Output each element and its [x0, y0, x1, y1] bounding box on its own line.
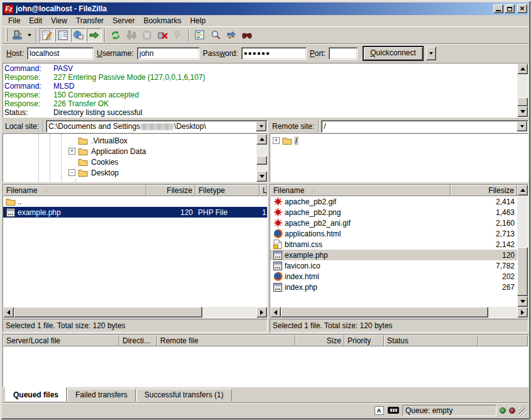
- scrollbar-thumb[interactable]: [517, 247, 528, 296]
- scroll-left-button[interactable]: [3, 307, 14, 318]
- combo-dropdown-button[interactable]: [517, 121, 527, 131]
- menu-view[interactable]: View: [47, 16, 72, 26]
- site-manager-dropdown[interactable]: [26, 28, 33, 42]
- combo-dropdown-button[interactable]: [256, 121, 266, 131]
- tree-item-root[interactable]: + /: [270, 135, 528, 146]
- expand-icon[interactable]: +: [68, 148, 75, 155]
- menu-transfer[interactable]: Transfer: [72, 16, 108, 26]
- file-row[interactable]: applications.html 2,713: [270, 228, 517, 239]
- column-header-server-local-file[interactable]: Server/Local file: [3, 335, 119, 346]
- filename-filters-button[interactable]: [192, 28, 207, 42]
- scroll-up-button[interactable]: [256, 134, 267, 145]
- toggle-transfer-queue-button[interactable]: [87, 28, 102, 42]
- column-header-last-modified[interactable]: L: [260, 185, 267, 196]
- led-green-icon: [500, 407, 506, 414]
- scroll-right-button[interactable]: [517, 307, 528, 318]
- refresh-button[interactable]: [108, 28, 123, 42]
- tree-item-desktop[interactable]: - Desktop: [3, 167, 256, 178]
- find-files-button[interactable]: [239, 28, 255, 42]
- scrollbar-thumb[interactable]: [517, 97, 528, 106]
- close-button[interactable]: ✕: [517, 4, 527, 13]
- column-header-filename[interactable]: Filename: [3, 185, 146, 196]
- username-input[interactable]: [137, 47, 200, 60]
- menu-edit[interactable]: Edit: [25, 16, 47, 26]
- port-input[interactable]: [329, 47, 358, 60]
- menu-bookmarks[interactable]: Bookmarks: [139, 16, 185, 26]
- scrollbar-thumb[interactable]: [281, 307, 488, 318]
- file-row-parent-dir[interactable]: ..: [3, 196, 267, 207]
- file-row[interactable]: apache_pb2.gif 2,414: [270, 196, 517, 207]
- remote-site-combobox[interactable]: /: [321, 120, 528, 133]
- file-row-selected[interactable]: example.php 120: [270, 250, 517, 260]
- local-list-body[interactable]: .. example.php 120 PHP File 1: [3, 196, 267, 307]
- tree-item-application-data[interactable]: + Application Data: [3, 146, 256, 157]
- expand-icon[interactable]: +: [273, 137, 280, 144]
- disconnect-button[interactable]: [155, 28, 170, 42]
- reconnect-button[interactable]: [171, 28, 186, 42]
- column-header-priority[interactable]: Priority: [344, 335, 384, 346]
- menu-file[interactable]: File: [4, 16, 25, 26]
- quickconnect-dropdown[interactable]: [426, 47, 436, 60]
- toolbar-grip[interactable]: [6, 29, 8, 41]
- tab-successful-transfers[interactable]: Successful transfers (1): [136, 389, 232, 401]
- toggle-remote-tree-button[interactable]: [71, 28, 86, 42]
- resize-grip[interactable]: [518, 407, 527, 416]
- toggle-local-tree-button[interactable]: [55, 28, 70, 42]
- file-row[interactable]: apache_pb2_ani.gif 2,160: [270, 218, 517, 228]
- scrollbar-thumb[interactable]: [14, 307, 202, 318]
- remote-directory-tree[interactable]: + /: [270, 134, 528, 182]
- menu-help[interactable]: Help: [185, 16, 210, 26]
- queue-body[interactable]: [3, 346, 528, 387]
- scroll-down-button[interactable]: [256, 171, 267, 182]
- file-row[interactable]: index.html 202: [270, 271, 517, 282]
- maximize-button[interactable]: [505, 4, 515, 13]
- file-row[interactable]: apache_pb2.png 1,463: [270, 207, 517, 218]
- quickconnect-button[interactable]: Quickconnect: [363, 47, 423, 60]
- log-scrollbar[interactable]: [517, 64, 528, 117]
- tree-item-virtualbox[interactable]: .VirtualBox: [3, 135, 256, 146]
- password-input[interactable]: [241, 47, 307, 60]
- column-header-filename[interactable]: Filename: [270, 185, 451, 196]
- synchronized-browsing-button[interactable]: [224, 28, 239, 42]
- column-header-remote-file[interactable]: Remote file: [157, 335, 295, 346]
- menu-server[interactable]: Server: [108, 16, 139, 26]
- collapse-icon[interactable]: -: [68, 169, 75, 176]
- minimize-button[interactable]: [493, 4, 503, 13]
- local-list-hscrollbar[interactable]: [3, 307, 267, 318]
- file-row[interactable]: favicon.ico 7,782: [270, 260, 517, 271]
- file-row[interactable]: index.php 267: [270, 282, 517, 292]
- column-header-direction[interactable]: Directi...: [119, 335, 157, 346]
- process-queue-button[interactable]: [124, 28, 139, 42]
- remote-list-body[interactable]: apache_pb2.gif 2,414 apache_pb2.png 1,46…: [270, 196, 517, 307]
- local-tree-scrollbar[interactable]: [256, 134, 267, 182]
- speed-limits-icon[interactable]: [388, 406, 399, 415]
- local-site-combobox[interactable]: C:\Documents and Settings\Desktop\: [46, 120, 268, 133]
- cancel-operation-button[interactable]: [140, 28, 155, 42]
- scroll-up-button[interactable]: [517, 185, 528, 196]
- directory-comparison-button[interactable]: [208, 28, 223, 42]
- scroll-up-button[interactable]: [517, 64, 528, 74]
- scrollbar-thumb[interactable]: [256, 156, 267, 165]
- column-header-filetype[interactable]: Filetype: [195, 185, 260, 196]
- file-row[interactable]: bitnami.css 2,142: [270, 239, 517, 250]
- site-manager-button[interactable]: [10, 28, 25, 42]
- toggle-message-log-button[interactable]: [40, 28, 55, 42]
- column-header-size[interactable]: Size: [295, 335, 344, 346]
- scroll-right-button[interactable]: [256, 307, 267, 318]
- host-input[interactable]: [27, 47, 94, 60]
- queue-header: Server/Local file Directi... Remote file…: [3, 335, 528, 346]
- column-header-status[interactable]: Status: [384, 335, 478, 346]
- scroll-down-button[interactable]: [517, 296, 528, 307]
- local-directory-tree[interactable]: .VirtualBox + Application Data Cookies -: [3, 134, 256, 182]
- file-row-selected[interactable]: example.php 120 PHP File 1: [3, 207, 267, 218]
- column-header-filesize[interactable]: Filesize: [451, 185, 517, 196]
- sort-ascending-icon: [43, 189, 48, 192]
- scroll-down-button[interactable]: [517, 106, 528, 117]
- tab-queued-files[interactable]: Queued files: [5, 387, 67, 401]
- remote-list-hscrollbar[interactable]: [270, 307, 528, 318]
- tab-failed-transfers[interactable]: Failed transfers: [67, 389, 136, 401]
- column-header-filesize[interactable]: Filesize: [146, 185, 195, 196]
- scroll-left-button[interactable]: [270, 307, 281, 318]
- tree-item-cookies[interactable]: Cookies: [3, 157, 256, 167]
- remote-list-scrollbar[interactable]: [517, 185, 528, 307]
